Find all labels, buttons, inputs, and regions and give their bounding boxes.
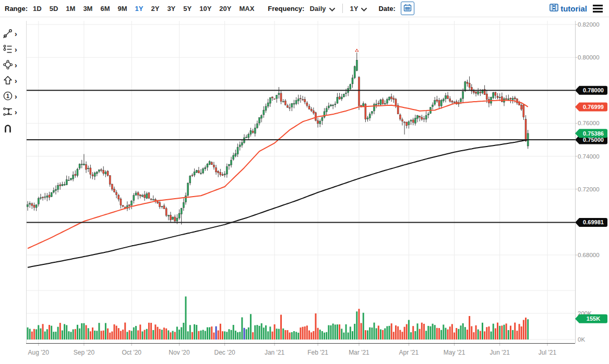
trend-line-tool-button[interactable]: › xyxy=(3,27,25,41)
range-button-20y[interactable]: 20Y xyxy=(219,5,231,13)
candle-body xyxy=(335,104,336,105)
chevron-right-icon: › xyxy=(15,77,17,84)
volume-bar xyxy=(352,331,353,339)
range-button-max[interactable]: MAX xyxy=(239,5,254,13)
candle-body xyxy=(369,114,371,118)
candle-body xyxy=(406,122,408,126)
candle-body xyxy=(198,171,199,173)
volume-bar xyxy=(64,324,65,339)
range-button-3m[interactable]: 3M xyxy=(83,5,92,13)
frequency-dropdown[interactable]: Daily xyxy=(309,4,335,13)
range-button-3y[interactable]: 3Y xyxy=(167,5,175,13)
volume-bar xyxy=(404,327,405,339)
candle-body xyxy=(462,92,464,99)
arrow-tool-button[interactable]: › xyxy=(3,74,25,88)
volume-bar xyxy=(443,324,444,339)
volume-bar xyxy=(40,329,41,339)
menu-button[interactable] xyxy=(592,4,604,14)
candle-body xyxy=(38,198,39,204)
volume-bar xyxy=(506,323,507,339)
volume-bar xyxy=(187,331,189,339)
volume-bar xyxy=(519,324,520,339)
volume-bar xyxy=(376,328,377,339)
volume-bar xyxy=(510,326,511,339)
range-button-1d[interactable]: 1D xyxy=(33,5,42,13)
price-chart[interactable]: Aug '20Sep '20Oct '20Nov '20Dec '20Jan '… xyxy=(0,0,609,364)
range-button-9m[interactable]: 9M xyxy=(118,5,127,13)
volume-bar xyxy=(410,332,412,339)
candle-body xyxy=(222,175,223,176)
candle-body xyxy=(120,199,122,205)
volume-bar xyxy=(304,326,306,339)
range-button-5d[interactable]: 5D xyxy=(50,5,58,13)
magnet-tool-button[interactable] xyxy=(3,122,25,136)
hamburger-icon xyxy=(593,6,603,14)
volume-bar xyxy=(129,330,130,339)
volume-bar xyxy=(53,332,54,339)
range-button-1y[interactable]: 1Y xyxy=(135,5,144,13)
candle-body xyxy=(306,103,308,105)
range-button-5y[interactable]: 5Y xyxy=(183,5,192,13)
volume-bar xyxy=(139,324,141,339)
candle-body xyxy=(380,100,381,104)
candle-body xyxy=(297,99,299,101)
range-button-6m[interactable]: 6M xyxy=(100,5,110,13)
brand-logo[interactable]: tutorial xyxy=(550,3,587,14)
candle-body xyxy=(278,93,280,95)
candle-body xyxy=(239,145,241,147)
chevron-right-icon: › xyxy=(15,108,17,116)
candle-body xyxy=(83,164,85,165)
volume-bar xyxy=(332,324,334,339)
fast-moving-average-line xyxy=(28,100,528,248)
candle-body xyxy=(341,97,342,99)
range-button-10y[interactable]: 10Y xyxy=(199,5,211,13)
volume-bar xyxy=(497,323,498,339)
x-axis-label: Jan '21 xyxy=(265,349,285,356)
number-annotation-tool-button[interactable]: 1› xyxy=(3,90,25,103)
candle-body xyxy=(443,99,444,101)
chevron-right-icon: › xyxy=(15,62,17,69)
volume-bar xyxy=(462,323,464,339)
candle-body xyxy=(276,95,278,99)
candle-body xyxy=(436,100,438,101)
shape-tool-button[interactable]: › xyxy=(3,58,25,72)
volume-bar xyxy=(228,329,230,339)
volume-bar xyxy=(209,327,210,339)
ma-fast-value-badge-label: 0.76999 xyxy=(583,104,604,110)
date-picker-button[interactable] xyxy=(401,2,414,15)
volume-bar xyxy=(267,331,269,339)
candle-body xyxy=(423,118,425,119)
volume-bar xyxy=(124,323,126,339)
candle-body xyxy=(237,147,238,154)
candle-body xyxy=(395,99,397,106)
volume-bar xyxy=(163,327,165,339)
candle-body xyxy=(235,154,236,156)
candle-body xyxy=(308,106,310,110)
candle-body xyxy=(447,96,449,99)
volume-bar xyxy=(282,329,284,339)
levels-tool-icon xyxy=(3,106,13,118)
candle-body xyxy=(449,99,451,101)
volume-bar xyxy=(289,333,291,339)
volume-bar xyxy=(207,327,208,339)
sell-marker xyxy=(357,51,359,52)
grouping-dropdown[interactable]: 1Y xyxy=(350,4,367,13)
volume-bar xyxy=(77,325,78,339)
candle-body xyxy=(122,205,124,207)
candle-body xyxy=(393,98,395,100)
candle-body xyxy=(304,99,306,102)
candle-body xyxy=(161,206,163,207)
volume-bar xyxy=(141,332,143,339)
volume-bar xyxy=(473,332,474,339)
volume-bar xyxy=(391,323,392,339)
levels-tool-button[interactable]: › xyxy=(3,105,25,119)
candle-body xyxy=(271,97,273,98)
volume-bar xyxy=(122,330,124,339)
candle-body xyxy=(246,137,247,138)
candle-body xyxy=(213,165,214,167)
drawings-list-tool-button[interactable]: › xyxy=(3,43,25,56)
range-button-1m[interactable]: 1M xyxy=(66,5,75,13)
candle-body xyxy=(33,205,35,208)
range-button-2y[interactable]: 2Y xyxy=(151,5,159,13)
volume-bar xyxy=(447,330,449,339)
